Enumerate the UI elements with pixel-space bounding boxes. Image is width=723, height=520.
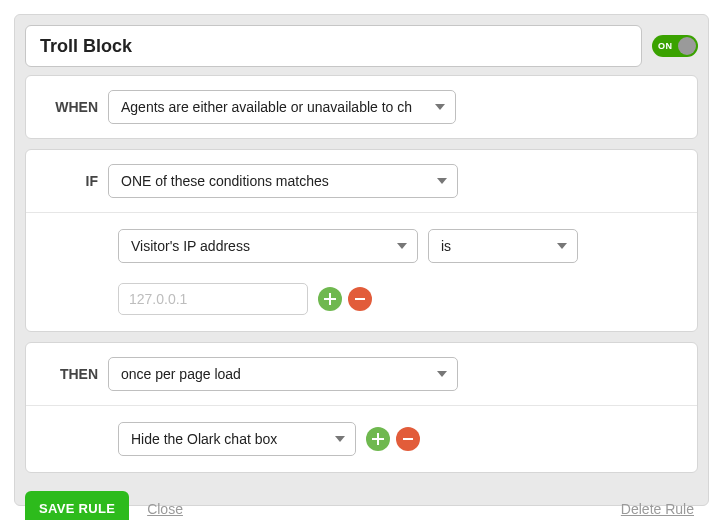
if-condition-row: Visitor's IP address is bbox=[26, 212, 697, 331]
chevron-down-icon bbox=[437, 371, 447, 377]
if-match-mode-select[interactable]: ONE of these conditions matches bbox=[108, 164, 458, 198]
rule-name-input[interactable] bbox=[25, 25, 642, 67]
if-label: IF bbox=[40, 173, 98, 189]
action-actions bbox=[366, 427, 420, 451]
then-action-value: Hide the Olark chat box bbox=[131, 431, 277, 447]
when-row: WHEN Agents are either available or unav… bbox=[26, 76, 697, 138]
toggle-on-label: ON bbox=[658, 41, 673, 51]
if-block: IF ONE of these conditions matches Visit… bbox=[25, 149, 698, 332]
condition-field-select[interactable]: Visitor's IP address bbox=[118, 229, 418, 263]
plus-icon[interactable] bbox=[366, 427, 390, 451]
when-trigger-value: Agents are either available or unavailab… bbox=[121, 99, 412, 115]
then-action-select[interactable]: Hide the Olark chat box bbox=[118, 422, 356, 456]
condition-field-value: Visitor's IP address bbox=[131, 238, 250, 254]
condition-actions bbox=[318, 287, 372, 311]
close-link[interactable]: Close bbox=[147, 501, 183, 517]
save-rule-button[interactable]: SAVE RULE bbox=[25, 491, 129, 520]
svg-rect-1 bbox=[403, 438, 413, 440]
if-row: IF ONE of these conditions matches bbox=[26, 150, 697, 212]
when-label: WHEN bbox=[40, 99, 98, 115]
toggle-knob bbox=[678, 37, 696, 55]
chevron-down-icon bbox=[437, 178, 447, 184]
plus-icon[interactable] bbox=[318, 287, 342, 311]
then-block: THEN once per page load Hide the Olark c… bbox=[25, 342, 698, 473]
minus-icon[interactable] bbox=[396, 427, 420, 451]
chevron-down-icon bbox=[397, 243, 407, 249]
then-row: THEN once per page load bbox=[26, 343, 697, 405]
rule-footer: SAVE RULE Close Delete Rule bbox=[15, 483, 708, 520]
chevron-down-icon bbox=[435, 104, 445, 110]
then-label: THEN bbox=[40, 366, 98, 382]
if-match-mode-value: ONE of these conditions matches bbox=[121, 173, 329, 189]
when-trigger-select[interactable]: Agents are either available or unavailab… bbox=[108, 90, 456, 124]
rule-editor-panel: ON WHEN Agents are either available or u… bbox=[14, 14, 709, 506]
delete-rule-link[interactable]: Delete Rule bbox=[621, 501, 694, 517]
rule-header: ON bbox=[15, 15, 708, 75]
rule-enabled-toggle[interactable]: ON bbox=[652, 35, 698, 57]
chevron-down-icon bbox=[557, 243, 567, 249]
minus-icon[interactable] bbox=[348, 287, 372, 311]
then-frequency-value: once per page load bbox=[121, 366, 241, 382]
condition-operator-select[interactable]: is bbox=[428, 229, 578, 263]
condition-value-input[interactable] bbox=[118, 283, 308, 315]
when-block: WHEN Agents are either available or unav… bbox=[25, 75, 698, 139]
then-action-row: Hide the Olark chat box bbox=[26, 405, 697, 472]
svg-rect-0 bbox=[355, 298, 365, 300]
condition-operator-value: is bbox=[441, 238, 451, 254]
chevron-down-icon bbox=[335, 436, 345, 442]
then-frequency-select[interactable]: once per page load bbox=[108, 357, 458, 391]
